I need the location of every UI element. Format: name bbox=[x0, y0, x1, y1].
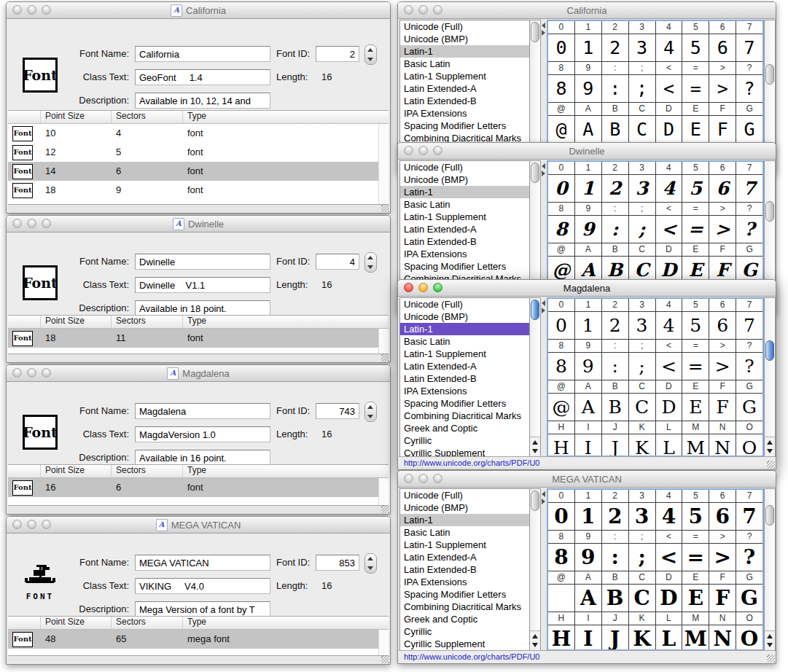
scrollbar-thumb[interactable] bbox=[765, 201, 774, 222]
glyph-cell[interactable]: G bbox=[736, 116, 762, 143]
glyph-cell[interactable]: 2 bbox=[602, 503, 629, 530]
glyph-cell[interactable]: 9 bbox=[575, 353, 602, 380]
glyph-cell[interactable]: = bbox=[682, 75, 709, 102]
glyph-cell[interactable]: 4 bbox=[656, 175, 683, 202]
glyph-cell[interactable]: C bbox=[629, 585, 656, 612]
stepper-down-icon[interactable] bbox=[367, 265, 373, 269]
glyph-cell[interactable]: 0 bbox=[548, 503, 575, 530]
glyph-cell[interactable]: 8 bbox=[548, 75, 575, 102]
glyph-cell[interactable]: F bbox=[709, 585, 736, 612]
grid-scrollbar[interactable] bbox=[764, 488, 776, 651]
stepper-up-icon[interactable] bbox=[367, 405, 373, 409]
unicode-block-item[interactable]: Unicode (Full) bbox=[400, 489, 529, 501]
col-sectors[interactable]: Sectors bbox=[112, 111, 183, 123]
titlebar[interactable]: Dwinelle bbox=[398, 143, 776, 160]
stepper-down-icon[interactable] bbox=[367, 58, 373, 61]
table-scrollbar[interactable] bbox=[378, 630, 389, 655]
font-id-input[interactable] bbox=[316, 555, 359, 571]
font-id-stepper[interactable] bbox=[364, 44, 377, 65]
glyph-cell[interactable]: 7 bbox=[736, 503, 762, 530]
glyph-cell[interactable]: : bbox=[602, 216, 629, 243]
stepper-down-icon[interactable] bbox=[367, 415, 373, 418]
titlebar[interactable]: AMagdalena bbox=[7, 365, 390, 382]
glyph-cell[interactable]: 9 bbox=[575, 75, 602, 102]
glyph-cell[interactable]: 2 bbox=[602, 34, 629, 61]
glyph-cell[interactable]: K bbox=[629, 625, 656, 651]
unicode-chart-link[interactable]: http://www.unicode.org/charts/PDF/U0 bbox=[404, 652, 539, 661]
glyph-cell[interactable]: 4 bbox=[656, 503, 683, 530]
splitter[interactable] bbox=[541, 297, 547, 457]
glyph-cell[interactable]: F bbox=[709, 116, 736, 143]
font-id-stepper[interactable] bbox=[364, 252, 377, 273]
scrollbar-arrows[interactable] bbox=[765, 630, 775, 650]
glyph-cell[interactable]: K bbox=[629, 434, 656, 457]
glyph-cell[interactable]: : bbox=[602, 75, 629, 102]
unicode-block-item[interactable]: Greek and Coptic bbox=[400, 422, 529, 434]
glyph-cell[interactable]: 8 bbox=[548, 216, 575, 243]
glyph-cell[interactable]: 7 bbox=[736, 34, 762, 61]
description-input[interactable] bbox=[135, 300, 270, 316]
unicode-block-item[interactable]: Spacing Modifier Letters bbox=[400, 397, 529, 410]
glyph-cell[interactable]: B bbox=[602, 116, 629, 143]
glyph-cell[interactable]: 3 bbox=[629, 312, 656, 339]
glyph-cell[interactable]: J bbox=[602, 434, 629, 457]
scrollbar-thumb[interactable] bbox=[531, 163, 539, 183]
scroll-up-icon[interactable] bbox=[532, 634, 538, 638]
titlebar[interactable]: California bbox=[398, 2, 776, 19]
glyph-cell[interactable]: C bbox=[629, 116, 656, 143]
unicode-block-item[interactable]: Cyrillic bbox=[400, 434, 529, 447]
unicode-block-item[interactable]: Combining Diacritical Marks bbox=[400, 601, 529, 613]
scroll-down-icon[interactable] bbox=[532, 449, 538, 453]
col-point-size[interactable]: Point Size bbox=[41, 111, 112, 123]
glyph-cell[interactable]: E bbox=[682, 585, 709, 612]
glyph-cell[interactable]: > bbox=[709, 353, 736, 380]
unicode-block-item[interactable]: Unicode (BMP) bbox=[400, 501, 529, 514]
glyph-cell[interactable]: L bbox=[656, 434, 683, 457]
list-scrollbar[interactable] bbox=[529, 297, 541, 457]
stepper-down-icon[interactable] bbox=[367, 566, 373, 570]
list-scrollbar[interactable] bbox=[529, 488, 541, 651]
collapse-left-icon[interactable] bbox=[542, 491, 545, 497]
table-row[interactable]: Font1811font bbox=[8, 329, 379, 348]
scrollbar-thumb[interactable] bbox=[531, 300, 539, 320]
titlebar[interactable]: ACalifornia bbox=[7, 2, 390, 19]
titlebar[interactable]: Magdalena bbox=[398, 280, 776, 297]
unicode-chart-link[interactable]: http://www.unicode.org/charts/PDF/U0 bbox=[404, 458, 539, 467]
glyph-cell[interactable]: G bbox=[736, 585, 762, 612]
glyph-cell[interactable]: O bbox=[736, 625, 762, 651]
unicode-block-item[interactable]: Latin-1 bbox=[400, 186, 529, 198]
glyph-cell[interactable]: 4 bbox=[656, 312, 683, 339]
glyph-cell[interactable]: 0 bbox=[548, 175, 575, 202]
table-scrollbar[interactable] bbox=[378, 478, 389, 505]
glyph-cell[interactable]: 5 bbox=[682, 34, 709, 61]
glyph-cell[interactable]: N bbox=[709, 625, 736, 651]
grid-scrollbar[interactable] bbox=[764, 297, 776, 457]
glyph-cell[interactable]: 9 bbox=[575, 216, 602, 243]
splitter[interactable] bbox=[541, 488, 547, 651]
glyph-cell[interactable]: J bbox=[602, 625, 629, 651]
table-scrollbar[interactable] bbox=[378, 329, 389, 353]
collapse-right-icon[interactable] bbox=[542, 308, 545, 313]
glyph-cell[interactable]: < bbox=[656, 353, 683, 380]
glyph-cell[interactable]: L bbox=[656, 625, 683, 651]
unicode-block-item[interactable]: Unicode (BMP) bbox=[400, 33, 529, 45]
resize-grip[interactable] bbox=[381, 655, 389, 663]
col-type[interactable]: Type bbox=[183, 316, 389, 328]
glyph-cell[interactable]: B bbox=[602, 394, 629, 421]
unicode-block-item[interactable]: Combining Diacritical Marks bbox=[400, 410, 529, 422]
unicode-block-item[interactable]: IPA Extensions bbox=[400, 248, 529, 260]
unicode-block-item[interactable]: Latin-1 Supplement bbox=[400, 211, 529, 223]
glyph-cell[interactable]: F bbox=[709, 394, 736, 421]
glyph-cell[interactable]: N bbox=[709, 434, 736, 457]
collapse-right-icon[interactable] bbox=[542, 171, 545, 176]
col-type[interactable]: Type bbox=[183, 111, 389, 123]
unicode-block-item[interactable]: Unicode (Full) bbox=[400, 161, 529, 173]
glyph-cell[interactable]: ? bbox=[736, 353, 762, 380]
class-text-input[interactable] bbox=[135, 69, 270, 85]
col-point-size[interactable]: Point Size bbox=[41, 316, 112, 328]
glyph-cell[interactable]: B bbox=[602, 585, 629, 612]
unicode-block-item[interactable]: Latin-1 bbox=[400, 514, 529, 526]
stepper-up-icon[interactable] bbox=[367, 48, 373, 52]
glyph-cell[interactable] bbox=[548, 585, 575, 612]
glyph-cell[interactable]: 8 bbox=[548, 353, 575, 380]
